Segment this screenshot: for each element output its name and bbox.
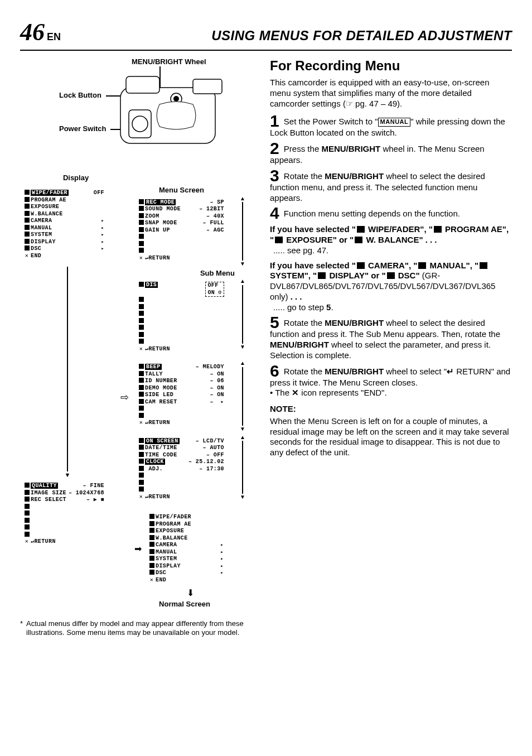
osd-main-menu: WIPE/FADEROFFPROGRAM AEEXPOSUREW.BALANCE… bbox=[20, 186, 109, 263]
note-body: When the Menu Screen is left on for a co… bbox=[270, 416, 512, 458]
svg-point-6 bbox=[132, 116, 148, 132]
manual-badge: MANUAL bbox=[378, 118, 411, 127]
osd-camera-menu: REC MODE– SPSOUND MODE– 12BITZOOM– 40XSN… bbox=[134, 195, 229, 266]
svg-rect-1 bbox=[126, 76, 159, 93]
exposure-icon bbox=[275, 237, 283, 243]
camcorder-illustration bbox=[109, 71, 238, 155]
return-icon bbox=[447, 367, 454, 376]
display-icon bbox=[318, 272, 326, 279]
system-icon bbox=[480, 262, 487, 269]
page-lang: EN bbox=[47, 31, 61, 44]
w-balance-icon bbox=[355, 237, 362, 243]
step-5: 5 Rotate the MENU/BRIGHT wheel to select… bbox=[270, 316, 512, 360]
right-column: For Recording Menu This camcorder is equ… bbox=[270, 57, 512, 637]
step-3: 3 Rotate the MENU/BRIGHT wheel to select… bbox=[270, 169, 512, 204]
svg-rect-4 bbox=[193, 79, 222, 94]
selection-group-a: If you have selected " WIPE/FADER", " PR… bbox=[270, 224, 512, 256]
arrow-right-icon: ➡ bbox=[134, 543, 142, 555]
osd-return-menu: WIPE/FADERPROGRAM AEEXPOSUREW.BALANCECAM… bbox=[145, 510, 229, 588]
menu-screen-label: Menu Screen bbox=[159, 186, 246, 195]
callout-lock-button: Lock Button bbox=[59, 91, 101, 100]
normal-screen-label: Normal Screen bbox=[134, 600, 235, 609]
page-header: 46 EN USING MENUS FOR DETAILED ADJUSTMEN… bbox=[20, 17, 512, 51]
dsc-icon bbox=[387, 272, 395, 279]
page-title: USING MENUS FOR DETAILED ADJUSTMENT bbox=[61, 27, 512, 44]
page-number: 46 bbox=[20, 17, 45, 47]
intro-paragraph: This camcorder is equipped with an easy-… bbox=[270, 78, 512, 109]
step-2: 2 Press the MENU/BRIGHT wheel in. The Me… bbox=[270, 142, 512, 166]
step-4: 4 Function menu setting depends on the f… bbox=[270, 206, 512, 220]
osd-system-menu: BEEP– MELODYTALLY– ONID NUMBER– 06DEMO M… bbox=[134, 360, 229, 431]
callout-menu-bright: MENU/BRIGHT Wheel bbox=[132, 57, 206, 66]
note-heading: NOTE: bbox=[270, 404, 512, 415]
camcorder-figure: MENU/BRIGHT Wheel Lock Button Power Swit… bbox=[20, 57, 254, 169]
selection-group-b: If you have selected " CAMERA", " MANUAL… bbox=[270, 261, 512, 313]
sub-menu-label: Sub Menu bbox=[150, 269, 235, 278]
osd-display-menu: ON SCREEN– LCD/TVDATE/TIME– AUTOTIME COD… bbox=[134, 434, 229, 505]
program-ae-icon bbox=[434, 226, 442, 233]
camera-icon bbox=[357, 262, 365, 269]
step-1: 1 Set the Power Switch to "MANUAL" while… bbox=[270, 114, 512, 138]
step-6: 6 Rotate the MENU/BRIGHT wheel to select… bbox=[270, 364, 512, 399]
section-heading: For Recording Menu bbox=[270, 57, 512, 74]
callout-power-switch: Power Switch bbox=[59, 124, 107, 133]
arrow-right-icon: ⇨ bbox=[120, 391, 129, 404]
osd-dis-submenu: DISOFFON ⚙↵RETURN bbox=[134, 278, 229, 357]
end-x-icon: ✕ bbox=[292, 388, 299, 397]
manual-icon bbox=[418, 262, 426, 269]
display-label: Display bbox=[20, 174, 132, 182]
wipe-fader-icon bbox=[357, 226, 365, 233]
arrow-down-icon: ⬇ bbox=[134, 589, 246, 598]
footnote: * Actual menus differ by model and may a… bbox=[20, 619, 254, 638]
osd-dsc-menu: QUALITY– FINEIMAGE SIZE– 1024X768REC SEL… bbox=[20, 479, 109, 550]
left-column: MENU/BRIGHT Wheel Lock Button Power Swit… bbox=[20, 57, 254, 637]
svg-point-3 bbox=[173, 96, 179, 102]
